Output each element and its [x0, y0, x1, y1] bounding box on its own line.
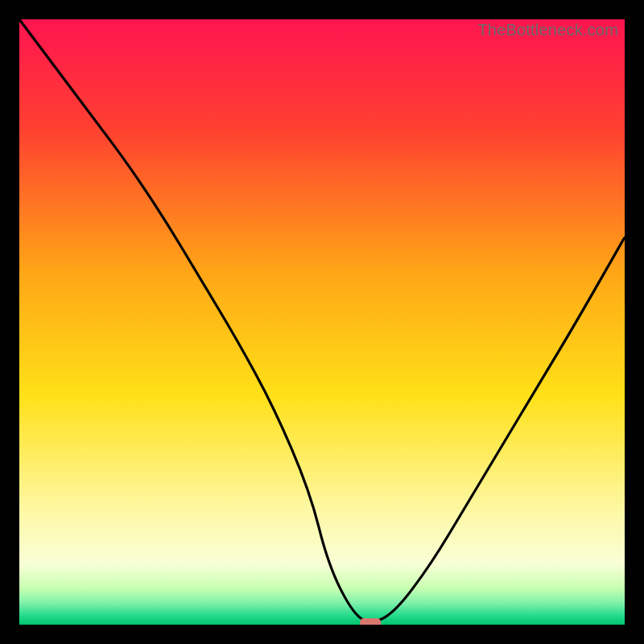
watermark-text: TheBottleneck.com — [477, 21, 618, 39]
chart-svg — [19, 19, 625, 625]
chart-background — [19, 19, 625, 625]
chart-frame: TheBottleneck.com — [19, 19, 625, 625]
chart-plot — [19, 19, 625, 625]
min-marker — [360, 618, 381, 625]
